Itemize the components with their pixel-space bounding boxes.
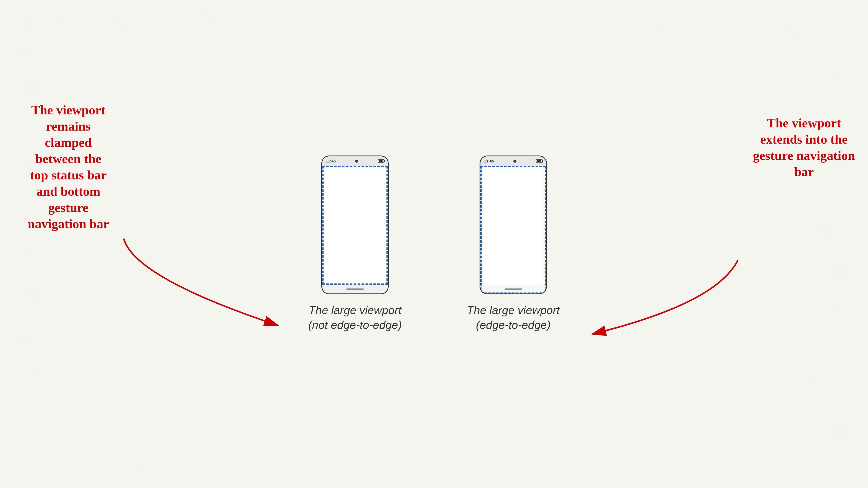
status-bar-left: 11:45 — [322, 156, 388, 166]
viewport-area-left — [322, 166, 388, 285]
battery-fill-right — [537, 160, 541, 162]
camera-dot-right — [514, 160, 517, 163]
time-right: 11:45 — [484, 159, 494, 164]
camera-dot-left — [355, 160, 358, 163]
nav-pill-left — [346, 289, 364, 290]
phone-label-left: The large viewport (not edge-to-edge) — [308, 303, 402, 332]
time-left: 11:45 — [326, 159, 336, 164]
battery-right — [536, 159, 542, 163]
main-content: 11:45 The large viewport (not edge-to-ed… — [0, 0, 868, 488]
nav-pill-right — [504, 289, 522, 290]
annotation-left: The viewport remains clamped between the… — [12, 102, 125, 232]
battery-fill-left — [379, 160, 382, 162]
annotation-left-text: The viewport remains clamped between the… — [28, 103, 109, 231]
phone-label-right: The large viewport (edge-to-edge) — [467, 303, 560, 332]
phone-group-left: 11:45 The large viewport (not edge-to-ed… — [308, 156, 402, 332]
status-bar-right: 11:45 — [480, 156, 546, 166]
annotation-right-text: The viewport extends into the gesture na… — [753, 116, 855, 179]
battery-left — [378, 159, 384, 163]
annotation-right: The viewport extends into the gesture na… — [750, 115, 858, 180]
phone-frame-right: 11:45 — [479, 156, 547, 294]
phone-group-right: 11:45 The large viewport (edge-to-edge) — [467, 156, 560, 332]
nav-bar-right — [480, 285, 546, 293]
viewport-area-right — [480, 166, 546, 293]
phone-frame-left: 11:45 — [321, 156, 389, 294]
nav-bar-left — [322, 285, 388, 293]
